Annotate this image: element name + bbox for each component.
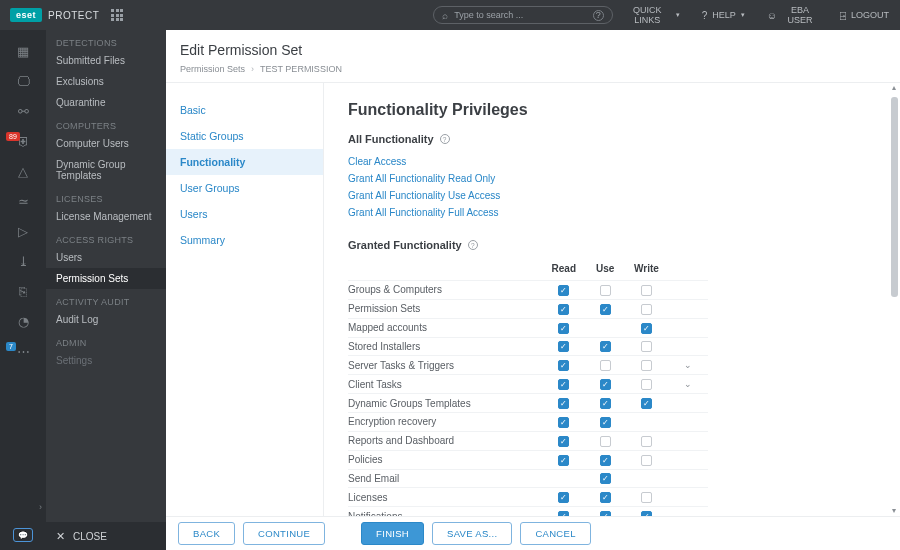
checkbox[interactable]	[641, 455, 652, 466]
checkbox[interactable]: ✓	[600, 379, 611, 390]
checkbox[interactable]	[641, 492, 652, 503]
expand-row-icon[interactable]: ⌄	[684, 379, 692, 389]
section-tab[interactable]: User Groups	[166, 175, 323, 201]
checkbox[interactable]	[600, 285, 611, 296]
scroll-up-icon[interactable]: ▴	[889, 83, 899, 93]
rail-tasks-icon[interactable]: ▷	[0, 216, 46, 246]
sidenav-item[interactable]: Exclusions	[46, 71, 166, 92]
search-help-icon[interactable]: ?	[593, 10, 604, 21]
rail-network-icon[interactable]: ⚯	[0, 96, 46, 126]
brand-logo: eset	[10, 8, 42, 22]
checkbox[interactable]: ✓	[558, 360, 569, 371]
checkbox[interactable]: ✓	[600, 304, 611, 315]
sidenav-item[interactable]: Quarantine	[46, 92, 166, 113]
user-menu[interactable]: ☺EBA USER	[756, 0, 829, 30]
checkbox[interactable]	[600, 436, 611, 447]
checkbox[interactable]: ✓	[558, 323, 569, 334]
checkbox[interactable]: ✓	[641, 323, 652, 334]
sidenav-item[interactable]: Submitted Files	[46, 50, 166, 71]
rail-feedback[interactable]: 💬	[0, 528, 46, 542]
app-grid-icon[interactable]	[111, 9, 123, 21]
checkbox[interactable]: ✓	[600, 417, 611, 428]
sidenav-item[interactable]: Permission Sets	[46, 268, 166, 289]
quick-action-link[interactable]: Grant All Functionality Read Only	[348, 170, 876, 187]
rail-computers-icon[interactable]: 🖵	[0, 66, 46, 96]
section-tab[interactable]: Users	[166, 201, 323, 227]
functionality-name: Policies	[348, 450, 543, 469]
checkbox[interactable]: ✓	[600, 455, 611, 466]
save-as-button[interactable]: SAVE AS...	[432, 522, 512, 545]
content-scrollbar[interactable]: ▴ ▾	[889, 83, 899, 516]
breadcrumb-separator: ›	[251, 64, 254, 74]
breadcrumb-root[interactable]: Permission Sets	[180, 64, 245, 74]
sidenav-item[interactable]: Computer Users	[46, 133, 166, 154]
quick-action-link[interactable]: Grant All Functionality Full Access	[348, 204, 876, 221]
checkbox[interactable]: ✓	[600, 398, 611, 409]
global-search[interactable]: ⌕ Type to search ... ?	[433, 6, 612, 24]
checkbox[interactable]: ✓	[558, 417, 569, 428]
quick-links-menu[interactable]: QUICK LINKS▾	[613, 0, 691, 30]
main-header: Edit Permission Set Permission Sets › TE…	[166, 30, 900, 83]
cancel-button[interactable]: CANCEL	[520, 522, 590, 545]
checkbox[interactable]: ✓	[600, 492, 611, 503]
checkbox[interactable]: ✓	[558, 341, 569, 352]
checkbox[interactable]: ✓	[641, 398, 652, 409]
rail-notifications-icon[interactable]: ◔	[0, 306, 46, 336]
section-tab[interactable]: Basic	[166, 97, 323, 123]
sidenav-item[interactable]: License Management	[46, 206, 166, 227]
finish-button[interactable]: FINISH	[361, 522, 424, 545]
checkbox[interactable]	[641, 304, 652, 315]
checkbox[interactable]	[600, 360, 611, 371]
rail-policies-icon[interactable]: ⎘	[0, 276, 46, 306]
logout-button[interactable]: ⍈LOGOUT	[829, 0, 900, 30]
rail-dashboard-icon[interactable]: ▦	[0, 36, 46, 66]
checkbox[interactable]: ✓	[558, 492, 569, 503]
sidenav-item[interactable]: Settings	[46, 350, 166, 371]
sidenav-item[interactable]: Dynamic Group Templates	[46, 154, 166, 186]
sidenav-item[interactable]: Audit Log	[46, 309, 166, 330]
quick-action-link[interactable]: Grant All Functionality Use Access	[348, 187, 876, 204]
info-icon[interactable]: ?	[440, 134, 450, 144]
checkbox[interactable]: ✓	[600, 341, 611, 352]
functionality-name: Client Tasks	[348, 375, 543, 394]
continue-button[interactable]: CONTINUE	[243, 522, 325, 545]
rail-more-icon[interactable]: ⋯7	[0, 336, 46, 366]
quick-action-link[interactable]: Clear Access	[348, 153, 876, 170]
rail-expand-icon[interactable]: ›	[39, 502, 42, 512]
checkbox[interactable]: ✓	[558, 379, 569, 390]
checkbox[interactable]	[641, 285, 652, 296]
checkbox[interactable]: ✓	[558, 398, 569, 409]
functionality-row: Policies✓✓	[348, 450, 708, 469]
sidenav-group-label: LICENSES	[46, 186, 166, 206]
action-footer: BACK CONTINUE FINISH SAVE AS... CANCEL	[166, 516, 900, 550]
rail-reports-icon[interactable]: ≃	[0, 186, 46, 216]
checkbox[interactable]	[641, 379, 652, 390]
back-button[interactable]: BACK	[178, 522, 235, 545]
expand-row-icon[interactable]: ⌄	[684, 360, 692, 370]
scroll-thumb[interactable]	[891, 97, 898, 297]
functionality-row: Dynamic Groups Templates✓✓✓	[348, 394, 708, 413]
rail-installers-icon[interactable]: ⤓	[0, 246, 46, 276]
checkbox[interactable]: ✓	[558, 304, 569, 315]
help-menu[interactable]: ?HELP▾	[691, 0, 756, 30]
checkbox[interactable]	[641, 360, 652, 371]
rail-alerts-icon[interactable]: △	[0, 156, 46, 186]
functionality-row: Client Tasks✓✓⌄	[348, 375, 708, 394]
info-icon[interactable]: ?	[468, 240, 478, 250]
checkbox[interactable]: ✓	[600, 473, 611, 484]
context-sidenav: DETECTIONSSubmitted FilesExclusionsQuara…	[46, 30, 166, 550]
more-badge: 7	[6, 342, 16, 351]
section-tab[interactable]: Functionality	[166, 149, 323, 175]
sidenav-item[interactable]: Users	[46, 247, 166, 268]
checkbox[interactable]: ✓	[558, 436, 569, 447]
col-read: Read	[543, 259, 584, 281]
checkbox[interactable]	[641, 341, 652, 352]
checkbox[interactable]	[641, 436, 652, 447]
scroll-down-icon[interactable]: ▾	[889, 506, 899, 516]
checkbox[interactable]: ✓	[558, 285, 569, 296]
section-tab[interactable]: Static Groups	[166, 123, 323, 149]
rail-detections-icon[interactable]: ⛨89	[0, 126, 46, 156]
sidenav-close[interactable]: ✕CLOSE	[46, 522, 166, 550]
checkbox[interactable]: ✓	[558, 455, 569, 466]
section-tab[interactable]: Summary	[166, 227, 323, 253]
